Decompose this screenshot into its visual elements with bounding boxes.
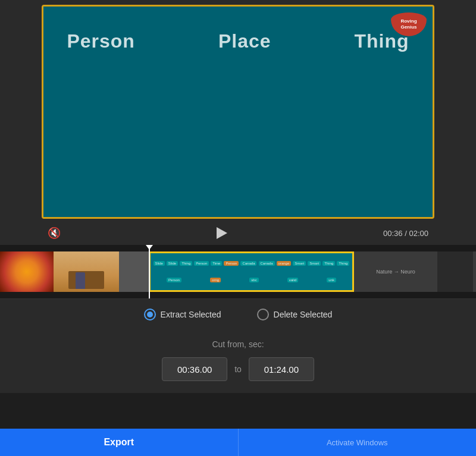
controls-bar: 🔇 00:36 / 02:00: [0, 221, 476, 245]
thumb-dark-right: [437, 251, 473, 292]
nature-text: Nature → Neuro: [376, 269, 415, 275]
clip-tag-15: orng: [210, 278, 221, 282]
delete-label: Delete Selected: [274, 310, 333, 319]
timeline-strip: Slide Slide Thing Person Time Person Can…: [0, 251, 476, 293]
video-word-place: Place: [218, 30, 271, 52]
clip-tag-17: valid: [287, 278, 298, 282]
cut-to-input[interactable]: [249, 357, 314, 381]
thumb-gray-left: [119, 251, 149, 292]
export-button[interactable]: Export: [0, 429, 238, 456]
video-word-person: Person: [67, 30, 134, 52]
clip-tag-1: Slide: [154, 261, 165, 266]
options-section: Extract Selected Delete Selected: [0, 298, 476, 330]
timeline-area[interactable]: Slide Slide Thing Person Time Person Can…: [0, 245, 476, 298]
thumb-figures: [473, 251, 476, 292]
selected-clip[interactable]: Slide Slide Thing Person Time Person Can…: [149, 251, 354, 292]
clip-tag-2: Slide: [167, 261, 178, 266]
cut-inputs: to: [162, 357, 314, 381]
extract-radio[interactable]: [144, 309, 156, 320]
video-content: Person Place Thing Roving Genius: [43, 7, 433, 217]
mute-button[interactable]: 🔇: [48, 227, 61, 240]
clip-tag-18: unk: [327, 278, 336, 282]
extract-radio-dot: [147, 312, 153, 317]
clip-tag-12: Thing: [322, 261, 335, 266]
time-sep: /: [405, 229, 407, 238]
clip-tag-9: orange: [277, 261, 292, 266]
thumb-orange: [0, 251, 54, 292]
extract-option[interactable]: Extract Selected: [144, 309, 221, 320]
delete-option[interactable]: Delete Selected: [257, 309, 333, 320]
clip-tag-7: Canada: [240, 261, 256, 266]
thumb-nature: Nature → Neuro: [354, 251, 437, 292]
cut-label: Cut from, sec:: [212, 339, 264, 349]
clip-tag-11: Smart: [308, 261, 321, 266]
time-display: 00:36 / 02:00: [383, 229, 428, 238]
export-bar: Export Activate Windows: [0, 429, 476, 456]
clip-tag-6: Person: [224, 261, 239, 266]
video-words: Person Place Thing: [67, 30, 409, 52]
selected-clip-inner: Slide Slide Thing Person Time Person Can…: [151, 253, 352, 290]
play-icon: [217, 227, 227, 239]
play-button[interactable]: [67, 227, 377, 239]
clip-tag-16: sbc: [249, 278, 258, 282]
extract-label: Extract Selected: [161, 310, 221, 319]
cut-section: Cut from, sec: to: [0, 330, 476, 393]
activate-windows: Activate Windows: [238, 429, 477, 456]
clip-tag-5: Time: [211, 261, 222, 266]
playhead[interactable]: [149, 245, 150, 298]
clip-tag-3: Thing: [180, 261, 192, 266]
clip-tag-13: Thing: [337, 261, 349, 266]
clip-tag-4: Person: [194, 261, 209, 266]
time-total: 02:00: [409, 229, 428, 238]
video-frame: Person Place Thing Roving Genius: [42, 5, 434, 219]
thumb-classroom: [54, 251, 119, 292]
clip-tag-10: Smart: [293, 261, 306, 266]
video-container: Person Place Thing Roving Genius: [0, 0, 476, 221]
cut-from-input[interactable]: [162, 357, 227, 381]
to-label: to: [234, 364, 242, 374]
time-current: 00:36: [383, 229, 403, 238]
delete-radio[interactable]: [257, 309, 269, 320]
clip-tag-14: Person: [167, 278, 181, 282]
clip-tag-8: Canada: [259, 261, 275, 266]
